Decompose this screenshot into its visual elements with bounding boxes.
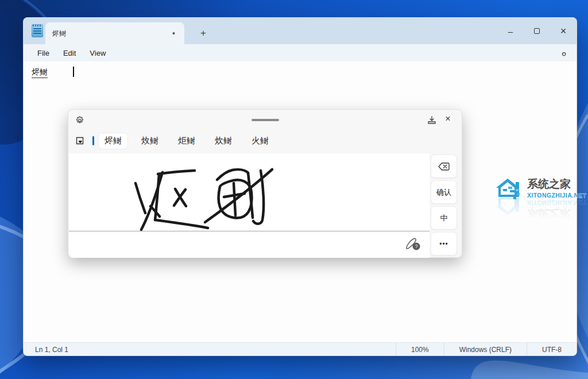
- menu-edit[interactable]: Edit: [56, 47, 83, 59]
- close-button[interactable]: ×: [550, 18, 577, 44]
- more-options-button[interactable]: •••: [431, 232, 457, 256]
- handwriting-ime-panel: × 烬鲥 炇鲥 炬鲥 炊鲥 火鲥: [68, 109, 462, 258]
- notepad-app-icon: [32, 24, 43, 37]
- tab-title: 烬鲥: [52, 29, 168, 38]
- pen-question-icon[interactable]: ?: [404, 237, 421, 251]
- line-ending[interactable]: Windows (CRLF): [444, 343, 527, 356]
- settings-gear-icon[interactable]: [558, 48, 568, 58]
- ime-side-buttons: 确认 中 •••: [431, 154, 457, 256]
- menu-bar: File Edit View: [24, 44, 577, 61]
- document-tab[interactable]: 烬鲥 •: [45, 22, 184, 44]
- menu-view[interactable]: View: [83, 47, 113, 59]
- page-heart-icon[interactable]: [75, 136, 84, 145]
- status-bar: Ln 1, Col 1 100% Windows (CRLF) UTF-8: [24, 342, 577, 356]
- confirm-button[interactable]: 确认: [431, 180, 457, 204]
- titlebar[interactable]: 烬鲥 • + – ×: [24, 18, 577, 44]
- panel-drag-handle[interactable]: [252, 119, 279, 121]
- text-caret: [73, 67, 74, 77]
- watermark-site-name: 系统之家: [527, 177, 587, 192]
- candidate-bar: 烬鲥 炇鲥 炬鲥 炊鲥 火鲥: [68, 130, 462, 151]
- encoding[interactable]: UTF-8: [527, 343, 577, 356]
- new-tab-button[interactable]: +: [196, 26, 211, 41]
- writing-baseline: [69, 231, 430, 231]
- menu-file[interactable]: File: [30, 47, 56, 59]
- document-text: 烬鲥: [32, 67, 48, 78]
- maximize-icon: [534, 28, 540, 34]
- unsaved-changes-dot: •: [172, 29, 175, 37]
- cursor-position: Ln 1, Col 1: [24, 346, 396, 354]
- watermark-reflection: 系统之家 XITONGZHIJIA.NET: [493, 198, 588, 221]
- minimize-button[interactable]: –: [497, 18, 524, 44]
- candidate-2[interactable]: 炇鲥: [136, 133, 164, 149]
- language-mode-button[interactable]: 中: [431, 206, 457, 230]
- zoom-level[interactable]: 100%: [396, 343, 444, 356]
- maximize-button[interactable]: [524, 18, 550, 44]
- ime-settings-gear-icon[interactable]: [75, 115, 84, 125]
- dock-to-bottom-icon[interactable]: [427, 115, 436, 125]
- candidate-4[interactable]: 炊鲥: [209, 133, 238, 149]
- backspace-button[interactable]: [431, 154, 457, 178]
- handwritten-ink-strokes: [69, 153, 430, 258]
- candidate-1[interactable]: 烬鲥: [99, 133, 127, 149]
- ime-header[interactable]: ×: [68, 110, 462, 130]
- candidate-3[interactable]: 炬鲥: [172, 133, 201, 149]
- backspace-icon: [438, 163, 450, 171]
- handwriting-canvas[interactable]: ?: [69, 153, 430, 258]
- ime-close-icon[interactable]: ×: [442, 113, 454, 125]
- candidate-5[interactable]: 火鲥: [246, 133, 274, 149]
- candidate-caret: [92, 136, 94, 145]
- svg-text:?: ?: [415, 243, 417, 249]
